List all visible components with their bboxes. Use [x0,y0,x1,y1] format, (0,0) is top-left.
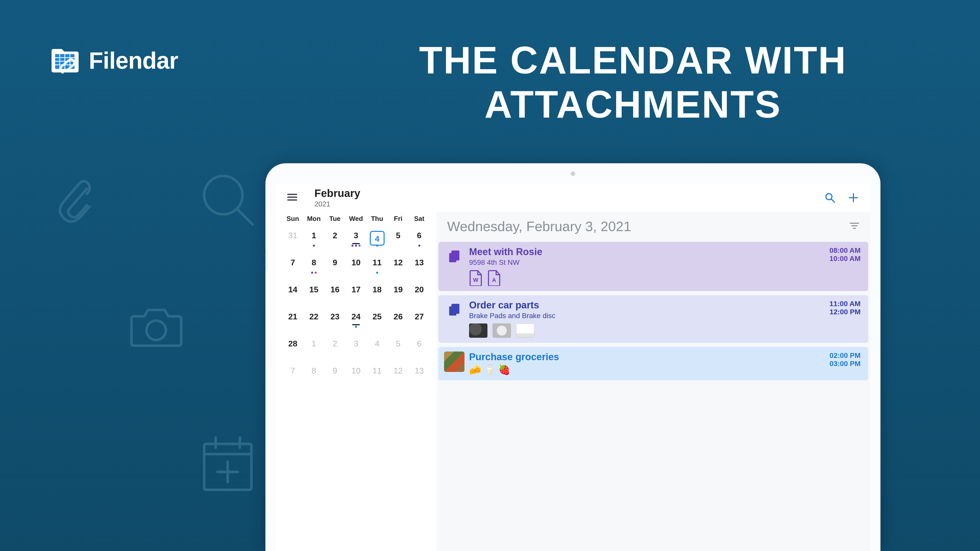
dow-header: Tue [325,215,345,223]
event-start-time: 08:00 AM [829,246,861,254]
event-attachments: WA [469,270,829,286]
calendar-day[interactable]: 14 [282,283,304,294]
event-row[interactable]: Meet with Rosie9598 4th St NWWA08:00 AM1… [438,242,868,291]
calendar-day: 10 [345,364,367,375]
word-file-icon[interactable]: W [469,270,482,286]
calendar-day: 11 [366,364,388,375]
calendar-day[interactable]: 22 [304,310,325,321]
attachment-thumb[interactable] [516,324,535,338]
calendar-day[interactable]: 4 [366,228,388,246]
magnify-icon [199,171,256,228]
calendar-day[interactable]: 1 [304,228,325,240]
dow-header: Thu [366,215,388,223]
calendar-day[interactable]: 8 [304,256,325,267]
calendar-day: 7 [282,364,304,375]
tablet-side-button [266,250,267,270]
event-title: Meet with Rosie [469,246,829,257]
event-times: 02:00 PM03:00 PM [830,351,861,368]
calendar-add-icon [202,433,254,492]
calendar-day[interactable]: 10 [345,256,367,267]
calendar-day: 9 [325,364,345,375]
calendar-day[interactable]: 13 [409,256,430,267]
event-dot-icon [355,245,357,247]
event-start-time: 02:00 PM [830,351,861,360]
calendar-day[interactable]: 17 [345,283,367,294]
svg-line-20 [831,199,835,202]
event-times: 11:00 AM12:00 PM [829,300,861,316]
svg-point-9 [146,321,166,340]
event-dot-icon [355,326,357,328]
brand-name: Filendar [89,47,178,74]
add-event-button[interactable] [847,192,859,204]
event-end-time: 03:00 PM [830,360,861,368]
tagline: THE CALENDAR WITH ATTACHMENTS [324,38,942,126]
calendar-day: 31 [282,228,304,240]
mini-calendar: SunMonTueWedThuFriSat 311234567891011121… [275,212,436,551]
calendar-day[interactable]: 5 [388,228,409,240]
event-end-time: 12:00 PM [829,308,861,316]
calendar-day: 2 [325,337,345,348]
brand-logo-icon [51,48,79,73]
calendar-day[interactable]: 26 [388,310,409,321]
calendar-day: 4 [366,337,388,348]
attachment-thumb[interactable] [493,324,511,338]
calendar-day[interactable]: 25 [366,310,388,321]
copy-icon [444,300,465,320]
calendar-day[interactable]: 7 [282,256,304,267]
tablet-camera-dot [571,171,575,176]
calendar-day[interactable]: 9 [325,256,345,267]
event-photo-thumb [444,351,465,372]
calendar-day[interactable]: 18 [366,283,388,294]
event-title: Order car parts [469,300,829,311]
calendar-day: 12 [388,364,409,375]
event-dot-icon [376,245,378,247]
calendar-day: 6 [409,337,430,348]
filter-button[interactable] [850,221,859,232]
svg-line-8 [237,209,253,224]
tablet-device: February 2021 SunMonTueWedThuFriSat 3112… [266,163,880,551]
dow-header: Mon [304,215,325,223]
event-row[interactable]: Order car partsBrake Pads and Brake disc… [438,295,868,343]
search-button[interactable] [824,192,836,204]
paperclip-icon [48,173,92,227]
calendar-day[interactable]: 11 [366,256,388,267]
event-end-time: 10:00 AM [829,254,861,263]
event-row[interactable]: Purchase groceries🧀🥛🍓02:00 PM03:00 PM [438,347,868,380]
event-body: Purchase groceries🧀🥛🍓 [469,351,830,375]
attachment-thumb[interactable] [469,324,487,338]
menu-button[interactable] [286,191,298,204]
event-dot-icon [418,245,420,247]
pdf-file-icon[interactable]: A [487,270,501,286]
day-detail-panel: Wednesday, February 3, 2021 Meet with Ro… [436,212,870,551]
calendar-day[interactable]: 20 [409,283,430,294]
calendar-day[interactable]: 24 [345,310,367,321]
calendar-day[interactable]: 16 [325,283,345,294]
brand-logo: Filendar [51,47,178,74]
calendar-day: 13 [409,364,430,375]
copy-icon [444,246,465,267]
dow-header: Wed [345,215,367,223]
svg-text:A: A [492,277,496,283]
calendar-day: 5 [388,337,409,348]
app-screen: February 2021 SunMonTueWedThuFriSat 3112… [275,184,870,551]
calendar-day: 3 [345,337,367,348]
calendar-day[interactable]: 6 [409,228,430,240]
calendar-day[interactable]: 15 [304,283,325,294]
calendar-day[interactable]: 21 [282,310,304,321]
calendar-day[interactable]: 28 [282,337,304,348]
appbar-year: 2021 [314,200,360,208]
event-subtitle: Brake Pads and Brake disc [469,312,829,320]
calendar-day[interactable]: 3 [345,228,367,240]
event-dot-icon [359,245,361,247]
calendar-day[interactable]: 19 [388,283,409,294]
detail-date-label: Wednesday, February 3, 2021 [447,218,631,234]
calendar-day[interactable]: 2 [325,228,345,240]
calendar-day[interactable]: 23 [325,310,345,321]
calendar-day[interactable]: 27 [409,310,430,321]
dow-header: Sun [282,215,304,223]
appbar-month: February [314,187,360,200]
appbar-title[interactable]: February 2021 [314,187,360,208]
event-dot-icon [352,245,353,247]
calendar-day[interactable]: 12 [388,256,409,267]
dow-header: Sat [409,215,430,223]
